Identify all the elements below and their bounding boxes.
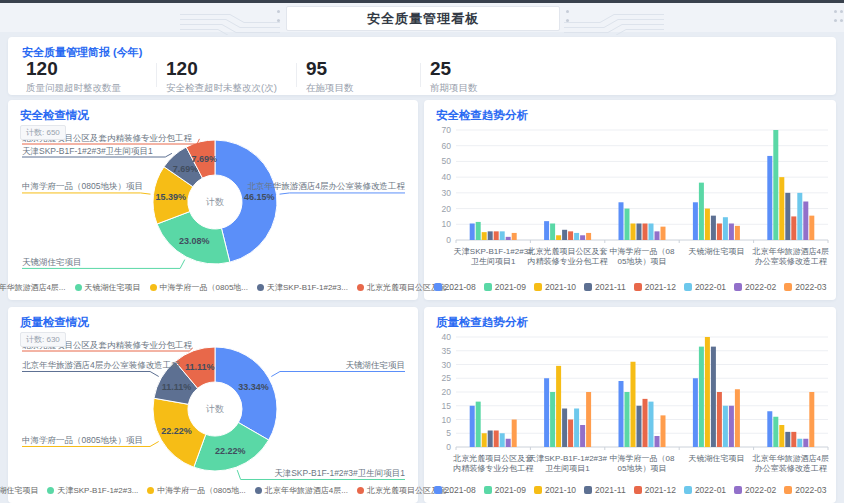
bar-2021-08[interactable] xyxy=(693,378,698,447)
legend-item[interactable]: 2022-03 xyxy=(784,485,826,495)
bar-2021-12[interactable] xyxy=(494,431,499,448)
bar-2022-02[interactable] xyxy=(729,224,734,241)
bar-2021-12[interactable] xyxy=(494,231,499,240)
legend-item[interactable]: 2022-01 xyxy=(684,485,726,495)
legend-item[interactable]: 2022-02 xyxy=(734,282,776,292)
legend-item[interactable]: 2022-03 xyxy=(784,282,826,292)
bar-2022-01[interactable] xyxy=(500,433,505,447)
bar-2022-02[interactable] xyxy=(655,231,660,240)
bar-2022-01[interactable] xyxy=(574,409,579,448)
bar-2022-02[interactable] xyxy=(655,436,660,447)
bar-2021-10[interactable] xyxy=(631,224,636,241)
legend-item[interactable]: 天津SKP-B1F-1#2#3... xyxy=(257,282,348,293)
bar-2021-09[interactable] xyxy=(699,183,704,240)
bar-2021-11[interactable] xyxy=(488,431,493,448)
legend-item[interactable]: 2021-11 xyxy=(584,485,626,495)
bar-2021-08[interactable] xyxy=(619,381,624,447)
legend-item[interactable]: 2021-09 xyxy=(484,485,526,495)
bar-2022-03[interactable] xyxy=(661,415,666,447)
legend-item[interactable]: 2021-08 xyxy=(434,282,476,292)
bar-2021-09[interactable] xyxy=(550,392,555,447)
bar-2021-09[interactable] xyxy=(773,130,778,240)
bar-2021-09[interactable] xyxy=(550,224,555,241)
legend-item[interactable]: 中海学府一品（0805地... xyxy=(150,282,248,293)
bar-2021-12[interactable] xyxy=(791,432,796,447)
bar-2021-10[interactable] xyxy=(705,209,710,240)
bar-2021-10[interactable] xyxy=(705,337,710,447)
bar-2021-09[interactable] xyxy=(625,209,630,240)
legend-item[interactable]: 2022-02 xyxy=(734,485,776,495)
bar-2021-10[interactable] xyxy=(779,177,784,240)
bar-2022-01[interactable] xyxy=(723,217,728,240)
bar-2021-12[interactable] xyxy=(717,392,722,447)
bar-2022-01[interactable] xyxy=(797,439,802,447)
bar-2021-11[interactable] xyxy=(562,230,567,240)
legend-item[interactable]: 天镜湖住宅项目 xyxy=(75,282,141,293)
legend-item[interactable]: 2021-10 xyxy=(534,485,576,495)
legend-item[interactable]: 2021-11 xyxy=(584,282,626,292)
legend-item[interactable]: 天津SKP-B1F-1#2#3... xyxy=(47,485,138,496)
bar-2022-02[interactable] xyxy=(729,406,734,447)
bar-2022-02[interactable] xyxy=(506,237,511,240)
bar-2022-01[interactable] xyxy=(649,224,654,241)
bar-2021-12[interactable] xyxy=(643,399,648,447)
pie-slice-0[interactable] xyxy=(215,347,277,440)
bar-2021-09[interactable] xyxy=(476,222,481,240)
bar-2021-10[interactable] xyxy=(482,232,487,240)
bar-2022-01[interactable] xyxy=(797,193,802,240)
bar-2022-03[interactable] xyxy=(735,389,740,447)
bar-2021-09[interactable] xyxy=(699,347,704,447)
bar-2022-03[interactable] xyxy=(661,227,666,240)
bar-2022-01[interactable] xyxy=(649,402,654,447)
bar-2022-01[interactable] xyxy=(574,233,579,240)
bar-2021-11[interactable] xyxy=(488,231,493,240)
bar-2022-02[interactable] xyxy=(803,439,808,447)
bar-2022-02[interactable] xyxy=(803,202,808,241)
bar-2021-10[interactable] xyxy=(482,433,487,447)
bar-2022-01[interactable] xyxy=(500,231,505,240)
bar-2021-08[interactable] xyxy=(544,378,549,447)
bar-2021-10[interactable] xyxy=(779,425,784,447)
bar-2021-08[interactable] xyxy=(767,156,772,240)
bar-2022-03[interactable] xyxy=(735,226,740,240)
bar-2021-08[interactable] xyxy=(470,406,475,447)
bar-2021-11[interactable] xyxy=(711,216,716,240)
bar-2022-03[interactable] xyxy=(809,216,814,240)
bar-2021-12[interactable] xyxy=(643,224,648,241)
bar-2021-12[interactable] xyxy=(568,231,573,240)
bar-2021-12[interactable] xyxy=(717,224,722,241)
bar-2021-11[interactable] xyxy=(637,406,642,447)
bar-2022-03[interactable] xyxy=(512,420,517,448)
legend-item[interactable]: 中海学府一品（0805地... xyxy=(147,485,245,496)
bar-2021-09[interactable] xyxy=(773,417,778,447)
bar-2021-12[interactable] xyxy=(791,216,796,240)
bar-2021-10[interactable] xyxy=(631,362,636,447)
bar-2022-03[interactable] xyxy=(586,233,591,240)
bar-2021-11[interactable] xyxy=(785,432,790,447)
legend-item[interactable]: 2021-09 xyxy=(484,282,526,292)
bar-2021-09[interactable] xyxy=(476,402,481,447)
bar-2022-03[interactable] xyxy=(586,392,591,447)
legend-item[interactable]: 北京年华旅游酒店4层... xyxy=(255,485,348,496)
bar-2021-12[interactable] xyxy=(568,420,573,448)
bar-2021-08[interactable] xyxy=(767,411,772,447)
bar-2021-11[interactable] xyxy=(785,193,790,240)
legend-item[interactable]: 2022-01 xyxy=(684,282,726,292)
bar-2021-08[interactable] xyxy=(693,202,698,240)
bar-2021-10[interactable] xyxy=(556,366,561,447)
bar-2021-10[interactable] xyxy=(556,235,561,240)
bar-2021-11[interactable] xyxy=(711,347,716,447)
bar-2022-03[interactable] xyxy=(809,392,814,447)
bar-2022-02[interactable] xyxy=(580,425,585,447)
legend-item[interactable]: 2021-10 xyxy=(534,282,576,292)
bar-2021-11[interactable] xyxy=(562,409,567,448)
legend-item[interactable]: 2021-08 xyxy=(434,485,476,495)
legend-item[interactable]: 北京年华旅游酒店4层... xyxy=(0,282,66,293)
legend-item[interactable]: 天镜湖住宅项目 xyxy=(0,485,38,496)
bar-2021-08[interactable] xyxy=(470,224,475,241)
bar-2022-03[interactable] xyxy=(512,233,517,240)
bar-2021-11[interactable] xyxy=(637,224,642,241)
bar-2022-02[interactable] xyxy=(506,439,511,447)
legend-item[interactable]: 2021-12 xyxy=(634,282,676,292)
bar-2022-01[interactable] xyxy=(723,406,728,447)
